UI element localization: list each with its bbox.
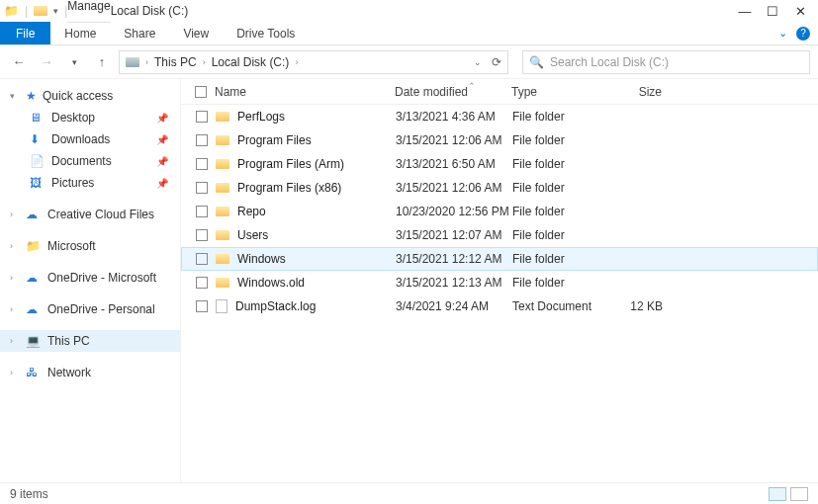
sidebar-item-label: Pictures — [51, 176, 94, 190]
chevron-down-icon[interactable]: ▾ — [10, 91, 20, 101]
row-checkbox[interactable] — [196, 134, 208, 146]
search-box[interactable]: 🔍 — [522, 50, 810, 74]
chevron-right-icon[interactable]: › — [10, 336, 20, 346]
close-button[interactable]: ✕ — [786, 0, 814, 22]
column-name[interactable]: Name — [215, 85, 395, 99]
contextual-tab-manage[interactable]: Manage — [67, 0, 110, 23]
column-date[interactable]: Date modified — [395, 85, 511, 99]
details-view-button[interactable] — [769, 487, 786, 501]
address-dropdown-icon[interactable]: ⌄ — [474, 57, 482, 67]
breadcrumb-this-pc[interactable]: This PC — [154, 55, 197, 69]
row-checkbox[interactable] — [196, 206, 208, 217]
refresh-icon[interactable]: ⟳ — [492, 55, 501, 69]
chevron-right-icon: › — [145, 57, 148, 67]
up-button[interactable]: ↑ — [91, 51, 113, 73]
ribbon-tabs: File Home Share View Drive Tools ⌄ ? — [0, 22, 818, 45]
file-date: 3/15/2021 12:12 AM — [396, 252, 512, 266]
recent-dropdown-icon[interactable]: ▾ — [63, 51, 85, 73]
sidebar-item-label: OneDrive - Microsoft — [47, 271, 156, 285]
sidebar-item-this-pc[interactable]: ›💻This PC — [0, 330, 180, 352]
sidebar-quick-access[interactable]: ▾ ★ Quick access — [0, 85, 180, 107]
file-tab[interactable]: File — [0, 22, 50, 44]
help-icon[interactable]: ? — [796, 27, 810, 41]
sidebar-item-creative-cloud-files[interactable]: ›☁Creative Cloud Files — [0, 204, 180, 225]
sidebar-item-microsoft[interactable]: ›📁Microsoft — [0, 235, 180, 257]
row-checkbox[interactable] — [196, 182, 208, 194]
row-checkbox[interactable] — [196, 229, 208, 241]
ribbon-right: ⌄ ? — [778, 22, 818, 44]
pin-icon: 📌 — [156, 134, 168, 145]
ribbon-collapse-icon[interactable]: ⌄ — [778, 27, 788, 40]
sidebar-item-documents[interactable]: 📄Documents📌 — [0, 150, 180, 172]
row-checkbox[interactable] — [196, 300, 208, 312]
qat-dropdown-icon[interactable]: ▾ — [53, 6, 58, 16]
sidebar-item-onedrive-microsoft[interactable]: ›☁OneDrive - Microsoft — [0, 267, 180, 289]
maximize-button[interactable]: ☐ — [759, 0, 786, 22]
chevron-right-icon[interactable]: › — [10, 273, 20, 283]
file-name: Windows.old — [237, 276, 305, 290]
row-checkbox[interactable] — [196, 253, 208, 265]
chevron-right-icon[interactable]: › — [10, 210, 20, 219]
cloud-icon: ☁ — [26, 302, 42, 316]
table-row[interactable]: Program Files (x86)3/15/2021 12:06 AMFil… — [181, 176, 818, 200]
column-type[interactable]: Type — [511, 85, 610, 99]
sidebar-item-network[interactable]: ›🖧Network — [0, 362, 180, 383]
table-row[interactable]: Program Files (Arm)3/13/2021 6:50 AMFile… — [181, 152, 818, 176]
sidebar-item-desktop[interactable]: 🖥Desktop📌 — [0, 107, 180, 128]
sidebar-item-downloads[interactable]: ⬇Downloads📌 — [0, 128, 180, 150]
folder-icon — [216, 207, 229, 216]
downloads-icon: ⬇ — [30, 132, 45, 146]
row-checkbox[interactable] — [196, 158, 208, 170]
row-checkbox[interactable] — [196, 277, 208, 289]
app-icon: 📁 — [4, 4, 19, 18]
back-button[interactable]: ← — [8, 51, 30, 73]
file-type: File folder — [512, 110, 611, 124]
address-bar[interactable]: › This PC › Local Disk (C:) › ⌄ ⟳ — [119, 50, 508, 74]
tab-drive-tools[interactable]: Drive Tools — [223, 22, 309, 44]
forward-button[interactable]: → — [36, 51, 57, 73]
file-size: 12 KB — [611, 299, 671, 313]
pin-icon: 📌 — [156, 156, 168, 167]
file-name: PerfLogs — [237, 110, 285, 124]
ccf-icon: ☁ — [26, 208, 42, 221]
view-buttons — [769, 487, 808, 501]
file-date: 3/15/2021 12:06 AM — [396, 181, 512, 195]
table-row[interactable]: Repo10/23/2020 12:56 PMFile folder — [181, 200, 818, 223]
desktop-icon: 🖥 — [30, 111, 45, 125]
table-row[interactable]: Users3/15/2021 12:07 AMFile folder — [181, 223, 818, 247]
minimize-button[interactable]: — — [731, 0, 759, 22]
folder-icon — [216, 112, 229, 122]
row-checkbox[interactable] — [196, 111, 208, 123]
table-row[interactable]: DumpStack.log3/4/2021 9:24 AMText Docume… — [181, 294, 818, 318]
table-row[interactable]: Windows.old3/15/2021 12:13 AMFile folder — [181, 271, 818, 294]
sidebar-item-label: Microsoft — [47, 239, 96, 253]
column-size[interactable]: Size — [610, 85, 670, 99]
sidebar-item-label: Downloads — [51, 132, 110, 146]
sidebar-item-pictures[interactable]: 🖼Pictures📌 — [0, 172, 180, 194]
sidebar-item-label: Desktop — [51, 111, 95, 125]
tab-view[interactable]: View — [169, 22, 223, 44]
tab-home[interactable]: Home — [50, 22, 110, 44]
network-icon: 🖧 — [26, 366, 42, 379]
table-row[interactable]: Windows3/15/2021 12:12 AMFile folder — [181, 247, 818, 271]
file-name: DumpStack.log — [235, 299, 316, 313]
file-type: File folder — [512, 205, 611, 218]
folder-icon — [34, 6, 47, 16]
chevron-right-icon[interactable]: › — [10, 241, 20, 251]
table-row[interactable]: Program Files3/15/2021 12:06 AMFile fold… — [181, 128, 818, 152]
pin-icon: 📌 — [156, 113, 168, 124]
file-date: 3/15/2021 12:06 AM — [396, 133, 512, 147]
table-row[interactable]: PerfLogs3/13/2021 4:36 AMFile folder — [181, 105, 818, 128]
chevron-right-icon[interactable]: › — [10, 368, 20, 378]
breadcrumb-current[interactable]: Local Disk (C:) — [212, 55, 290, 69]
tab-share[interactable]: Share — [110, 22, 169, 44]
pc-icon: 💻 — [26, 334, 42, 348]
chevron-right-icon[interactable]: › — [10, 304, 20, 314]
header-checkbox[interactable] — [187, 86, 215, 98]
documents-icon: 📄 — [30, 154, 45, 168]
large-icons-view-button[interactable] — [790, 487, 808, 501]
pictures-icon: 🖼 — [30, 176, 45, 190]
search-input[interactable] — [550, 55, 803, 69]
sidebar-item-onedrive-personal[interactable]: ›☁OneDrive - Personal — [0, 298, 180, 320]
folder-icon — [216, 183, 229, 193]
